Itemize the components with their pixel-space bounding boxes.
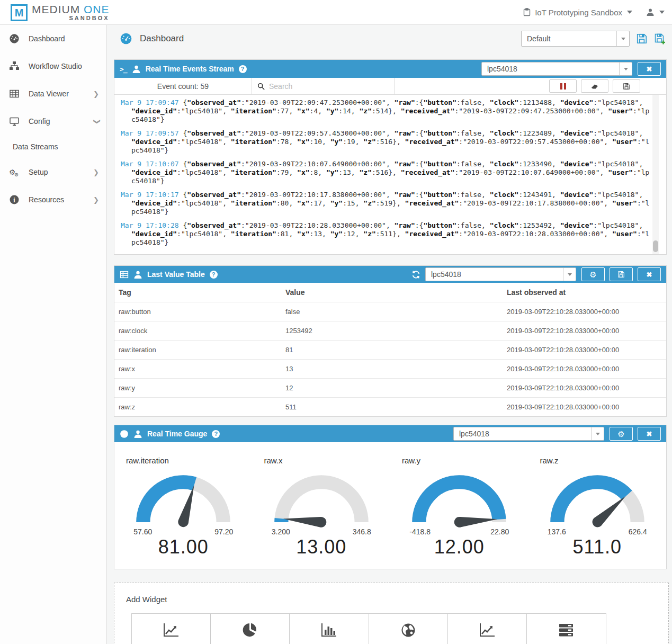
log-entry: Mar 9 17:09:57 {"observed_at":"2019-03-0…	[121, 129, 652, 155]
logo-primary-text: MEDIUM	[32, 3, 80, 15]
help-icon[interactable]: ?	[239, 65, 247, 73]
add-widget-tile-single-user[interactable]: Single User	[448, 614, 527, 644]
close-widget-button[interactable]: ✖	[638, 62, 661, 76]
events-stream-header: >_ Real Time Events Stream ? lpc54018 ✖	[114, 60, 666, 78]
sidebar-item-setup[interactable]: ⚙⚙ Setup❯	[0, 158, 106, 186]
sidebar-item-workflow-studio[interactable]: Workflow Studio	[0, 52, 106, 80]
scrollbar-thumb[interactable]	[653, 240, 658, 252]
chevron-right-icon: ❯	[93, 168, 99, 176]
user-icon	[646, 8, 655, 16]
widget-tiles: Grouped Users Grouped Users Grouped User…	[131, 613, 606, 644]
table-cell: raw:y	[114, 379, 281, 398]
search-input[interactable]	[269, 82, 389, 91]
table-cell: raw:button	[114, 302, 281, 321]
gauge-raw-x: raw.x 3.200 346.8 13.00	[253, 446, 391, 558]
add-widget-tile-grouped-users[interactable]: Grouped Users	[211, 614, 290, 644]
logo-accent-text: ONE	[84, 3, 110, 15]
add-widget-tile-single-user[interactable]: Single User	[527, 614, 606, 644]
gauge-raw-z: raw.z 137.6 626.4 511.0	[528, 446, 667, 558]
table-cell: 2019-03-09T22:10:28.033000+00:00	[503, 379, 666, 398]
speedometer-icon	[8, 33, 20, 44]
log-entry: Mar 9 17:10:17 {"observed_at":"2019-03-0…	[121, 191, 652, 216]
speedometer-icon	[120, 32, 132, 45]
user-icon	[133, 430, 142, 439]
log-timestamp: Mar 9 17:10:07	[121, 160, 179, 168]
clear-stream-button[interactable]	[581, 79, 608, 93]
widget-settings-button[interactable]: ⚙	[610, 427, 633, 441]
chevron-down-icon: ❮	[92, 119, 100, 124]
help-icon[interactable]: ?	[212, 430, 220, 438]
help-icon[interactable]: ?	[210, 271, 218, 279]
gauge-label: raw.x	[253, 446, 391, 466]
device-select-value: lpc54018	[426, 270, 563, 279]
last-value-table: TagValueLast observed at raw:buttonfalse…	[114, 283, 666, 416]
gauge-min: 57.60	[133, 527, 152, 536]
sidebar-item-dashboard[interactable]: Dashboard	[0, 25, 106, 52]
gears-icon: ⚙⚙	[8, 167, 20, 177]
device-select-value: lpc54018	[454, 430, 591, 438]
svg-text:⚙: ⚙	[14, 172, 19, 177]
table-cell: 13	[281, 360, 503, 379]
chevron-down-icon	[659, 11, 665, 14]
clipboard-icon	[523, 8, 531, 16]
gear-icon: ⚙	[617, 430, 624, 438]
user-icon	[132, 65, 141, 74]
speedometer-icon	[120, 430, 129, 439]
save-icon	[623, 83, 630, 90]
add-widget-tile-grouped-users[interactable]: Grouped Users	[132, 614, 211, 644]
export-widget-button[interactable]	[610, 267, 633, 281]
sidebar-item-data-viewer[interactable]: Data Viewer❯	[0, 80, 106, 108]
dashboard-select-value: Default	[522, 34, 616, 43]
gauge-raw-iteration: raw.iteration 57.60 97.20 81.00	[114, 446, 253, 558]
column-header: Value	[281, 283, 503, 302]
add-widget-tile-grouped-users[interactable]: Grouped Users	[290, 614, 369, 644]
sidebar-item-label: Resources	[29, 195, 93, 204]
save-as-new-dashboard-button[interactable]	[654, 33, 666, 44]
table-row: raw:buttonfalse2019-03-09T22:10:28.03300…	[114, 302, 666, 321]
gauge-needle	[454, 514, 498, 527]
export-stream-button[interactable]	[613, 79, 640, 93]
user-menu[interactable]	[646, 8, 665, 16]
widget-settings-button[interactable]: ⚙	[581, 267, 605, 281]
save-icon	[617, 271, 625, 278]
sidebar-subitem-data-streams[interactable]: Data Streams	[0, 135, 106, 158]
org-selector[interactable]: IoT Prototyping Sandbox	[523, 8, 632, 17]
close-icon: ✖	[647, 430, 652, 438]
table-cell: raw:z	[114, 398, 281, 417]
device-select[interactable]: lpc54018	[481, 62, 632, 76]
device-select-value: lpc54018	[482, 65, 619, 73]
gear-icon: ⚙	[589, 271, 596, 279]
event-count: Event count: 59	[114, 78, 252, 94]
close-widget-button[interactable]: ✖	[638, 267, 661, 281]
monitor-icon	[8, 116, 20, 127]
terminal-icon: >_	[120, 65, 127, 73]
search-box	[252, 78, 395, 94]
gauge-max: 97.20	[214, 527, 233, 536]
refresh-icon[interactable]	[411, 270, 420, 279]
close-widget-button[interactable]: ✖	[638, 427, 661, 441]
add-widget-tile-grouped-users[interactable]: Grouped Users	[369, 614, 448, 644]
device-select[interactable]: lpc54018	[425, 267, 576, 281]
add-widget-title: Add Widget	[126, 595, 668, 604]
gauge-value: 12.00	[390, 536, 528, 558]
device-select[interactable]: lpc54018	[453, 427, 604, 441]
sidebar-item-resources[interactable]: i Resources❯	[0, 186, 106, 213]
pause-stream-button[interactable]	[549, 79, 577, 93]
chevron-down-icon	[563, 268, 576, 281]
table-cell: 2019-03-09T22:10:28.033000+00:00	[503, 302, 666, 321]
page-title: Dashboard	[120, 32, 184, 45]
sidebar-item-config[interactable]: Config❮	[0, 108, 106, 135]
table-row: raw:iteration812019-03-09T22:10:28.03300…	[114, 341, 666, 360]
gauge-min: 137.6	[548, 527, 566, 536]
dashboard-select[interactable]: Default	[521, 31, 630, 47]
gauge-needle	[283, 514, 327, 528]
last-value-table-header: Last Value Table ? lpc54018 ⚙	[114, 266, 666, 283]
line-chart-icon	[478, 622, 496, 640]
save-dashboard-button[interactable]	[636, 33, 648, 44]
log-entry: Mar 9 17:09:47 {"observed_at":"2019-03-0…	[121, 99, 652, 124]
pause-icon	[560, 83, 562, 90]
gauge-arc	[127, 466, 239, 529]
events-log: Mar 9 17:09:47 {"observed_at":"2019-03-0…	[114, 95, 666, 254]
sidebar-item-label: Setup	[29, 168, 93, 176]
scrollbar-track[interactable]	[652, 95, 659, 254]
